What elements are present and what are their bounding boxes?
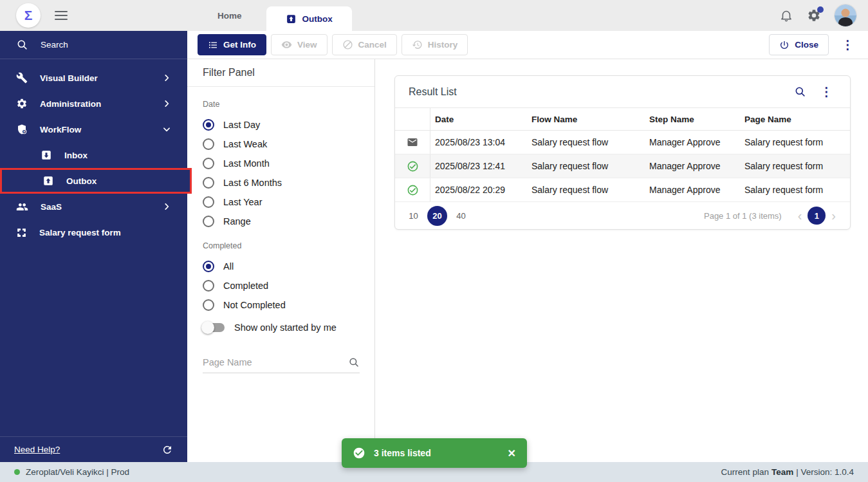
sidebar-item-label: Visual Builder bbox=[40, 73, 98, 83]
sidebar-search[interactable]: Search bbox=[0, 31, 187, 59]
sidebar-item-label: WorkFlow bbox=[40, 125, 81, 134]
history-button[interactable]: History bbox=[402, 34, 468, 55]
cancel-button[interactable]: Cancel bbox=[332, 34, 397, 55]
need-help-link[interactable]: Need Help? bbox=[14, 445, 60, 454]
search-icon[interactable] bbox=[348, 357, 360, 368]
radio-icon bbox=[203, 138, 214, 150]
page-name-input[interactable] bbox=[203, 353, 360, 373]
sidebar-item-label: Administration bbox=[40, 99, 101, 109]
more-options-kebab-icon[interactable]: ⋮ bbox=[838, 36, 858, 53]
radio-icon bbox=[203, 177, 214, 189]
sidebar-menu: Visual Builder Administration e WorkFlow bbox=[0, 59, 187, 245]
sidebar-item-workflow[interactable]: e WorkFlow bbox=[0, 116, 187, 142]
chevron-right-icon[interactable]: › bbox=[826, 209, 842, 223]
notifications-bell-icon[interactable] bbox=[779, 8, 793, 23]
sidebar-search-label: Search bbox=[41, 40, 68, 50]
radio-label: Last Weak bbox=[223, 139, 267, 149]
result-list-card: Result List ⋮ Date Flow Name Step Name P… bbox=[394, 75, 851, 230]
check-circle-icon bbox=[395, 154, 430, 178]
list-icon bbox=[208, 40, 218, 50]
sidebar-navigation: Search Visual Builder Administration e bbox=[0, 31, 187, 436]
view-button[interactable]: View bbox=[271, 34, 328, 55]
get-info-button[interactable]: Get Info bbox=[198, 34, 266, 55]
radio-icon bbox=[203, 280, 214, 292]
radio-icon bbox=[203, 299, 214, 311]
app-logo[interactable]: Σ bbox=[16, 3, 41, 28]
page-size-40[interactable]: 40 bbox=[451, 206, 471, 226]
started-by-me-toggle[interactable]: Show only started by me bbox=[203, 322, 359, 333]
menu-hamburger-icon[interactable] bbox=[55, 11, 68, 20]
search-icon[interactable] bbox=[794, 86, 806, 98]
settings-gear-icon[interactable] bbox=[807, 8, 821, 23]
history-label: History bbox=[428, 40, 458, 50]
radio-last-year[interactable]: Last Year bbox=[203, 192, 359, 212]
cell-flow-name: Salary request flow bbox=[527, 178, 645, 201]
toast-message: 3 items listed bbox=[374, 448, 431, 458]
chevron-left-icon[interactable]: ‹ bbox=[792, 209, 808, 223]
radio-all[interactable]: All bbox=[203, 257, 359, 276]
get-info-label: Get Info bbox=[223, 40, 256, 50]
sidebar-item-administration[interactable]: Administration bbox=[0, 91, 187, 116]
toggle-label: Show only started by me bbox=[234, 322, 337, 333]
chevron-down-icon bbox=[162, 125, 171, 134]
icon-column-header bbox=[395, 108, 430, 130]
power-icon bbox=[779, 40, 790, 50]
radio-range[interactable]: Range bbox=[203, 212, 359, 231]
table-header-row: Date Flow Name Step Name Page Name bbox=[395, 107, 850, 131]
sidebar-item-saas[interactable]: SaaS bbox=[0, 194, 187, 219]
tab-home-label: Home bbox=[217, 11, 242, 21]
eye-icon bbox=[281, 39, 292, 50]
cell-date: 2025/08/22 20:29 bbox=[430, 178, 527, 201]
radio-last-day[interactable]: Last Day bbox=[203, 115, 359, 134]
plan-version-label: Current plan Team | Version: 1.0.4 bbox=[721, 467, 854, 477]
cell-page-name: Salary request form bbox=[740, 178, 850, 201]
toast-close-icon[interactable]: ✕ bbox=[508, 447, 516, 459]
page-number-button[interactable]: 1 bbox=[808, 207, 826, 225]
refresh-icon[interactable] bbox=[162, 444, 173, 456]
chevron-right-icon bbox=[162, 202, 171, 211]
radio-label: Last 6 Months bbox=[223, 178, 282, 188]
page-size-10[interactable]: 10 bbox=[403, 206, 423, 226]
result-list-kebab-icon[interactable]: ⋮ bbox=[817, 83, 836, 100]
online-status-dot bbox=[14, 469, 20, 475]
gear-icon bbox=[16, 98, 28, 109]
radio-icon bbox=[203, 158, 214, 169]
date-group-label: Date bbox=[203, 100, 359, 109]
table-row[interactable]: 2025/08/22 20:29 Salary request flow Man… bbox=[395, 178, 850, 202]
check-circle-icon bbox=[395, 178, 430, 201]
tab-outbox[interactable]: Outbox bbox=[266, 6, 352, 31]
sidebar-item-salary-request-form[interactable]: Salary request form bbox=[0, 219, 187, 245]
radio-not-completed[interactable]: Not Completed bbox=[203, 295, 359, 315]
tab-home[interactable]: Home bbox=[193, 0, 266, 31]
action-toolbar: Get Info View Cancel History Close ⋮ bbox=[187, 31, 868, 59]
user-avatar[interactable] bbox=[835, 5, 856, 26]
table-row[interactable]: 2025/08/23 12:41 Salary request flow Man… bbox=[395, 154, 850, 178]
cell-flow-name: Salary request flow bbox=[527, 154, 645, 178]
filter-panel-header: Filter Panel bbox=[187, 59, 374, 87]
close-button[interactable]: Close bbox=[769, 34, 829, 55]
sidebar-item-label: Outbox bbox=[66, 176, 97, 186]
tenant-user-env-label: Zeroplat/Veli Kayikci | Prod bbox=[26, 467, 129, 477]
plan-name: Team bbox=[771, 467, 793, 477]
toolbar-right-group: Close ⋮ bbox=[769, 34, 858, 55]
table-row[interactable]: 2025/08/23 13:04 Salary request flow Man… bbox=[395, 131, 850, 154]
radio-last-weak[interactable]: Last Weak bbox=[203, 134, 359, 154]
workflow-shield-icon: e bbox=[16, 124, 28, 135]
radio-label: Not Completed bbox=[223, 300, 286, 310]
page-size-20-selected[interactable]: 20 bbox=[427, 206, 447, 226]
radio-selected-icon bbox=[203, 119, 214, 131]
group-people-icon bbox=[16, 201, 28, 213]
sidebar-item-visual-builder[interactable]: Visual Builder bbox=[0, 65, 187, 91]
radio-completed[interactable]: Completed bbox=[203, 276, 359, 295]
completed-group-label: Completed bbox=[203, 241, 359, 250]
sidebar-item-outbox[interactable]: Outbox bbox=[0, 168, 192, 194]
view-label: View bbox=[297, 40, 317, 50]
svg-text:e: e bbox=[23, 129, 25, 133]
sidebar-item-inbox[interactable]: Inbox bbox=[0, 142, 187, 168]
radio-label: All bbox=[223, 261, 234, 272]
radio-last-month[interactable]: Last Month bbox=[203, 154, 359, 173]
cell-step-name: Manager Approve bbox=[645, 178, 740, 201]
radio-last-6-months[interactable]: Last 6 Months bbox=[203, 173, 359, 192]
topbar-actions bbox=[779, 5, 868, 26]
column-header-step-name: Step Name bbox=[645, 108, 740, 130]
